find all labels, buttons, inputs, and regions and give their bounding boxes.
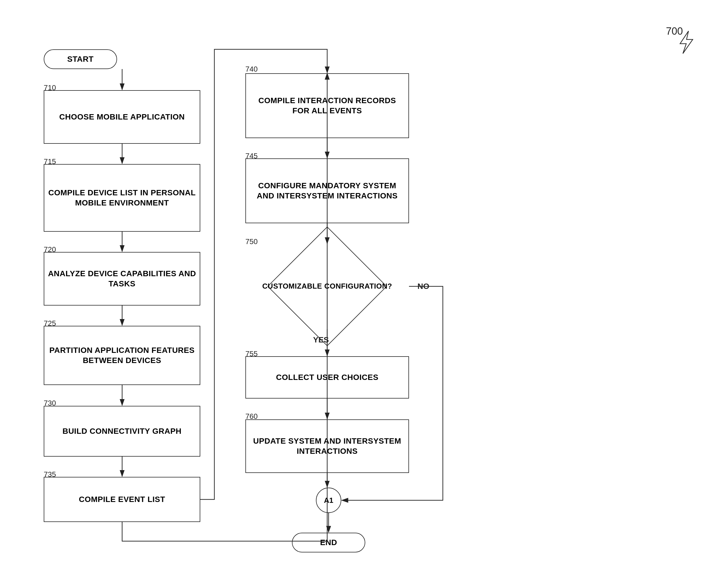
node-710: CHOOSE MOBILE APPLICATION [44,90,200,144]
node-740: COMPILE INTERACTION RECORDS FOR ALL EVEN… [245,73,409,138]
end-node: END [292,533,365,553]
lightning-icon [674,28,697,56]
start-node: START [44,49,117,69]
node-735: COMPILE EVENT LIST [44,477,200,522]
label-740: 740 [245,65,257,73]
node-720: ANALYZE DEVICE CAPABILITIES AND TASKS [44,252,200,306]
connector-a1: A1 [316,487,341,513]
node-750: CUSTOMIZABLE CONFIGURATION? [245,244,409,329]
node-730: BUILD CONNECTIVITY GRAPH [44,406,200,457]
no-label: NO [418,282,429,291]
flowchart: 700 START 710 CHOOSE MOBILE APPLICATION … [0,0,728,573]
node-745: CONFIGURE MANDATORY SYSTEM AND INTERSYST… [245,158,409,223]
node-725: PARTITION APPLICATION FEATURES BETWEEN D… [44,326,200,385]
node-755: COLLECT USER CHOICES [245,356,409,399]
yes-label: YES [313,335,329,345]
node-760: UPDATE SYSTEM AND INTERSYSTEM INTERACTIO… [245,419,409,473]
node-715: COMPILE DEVICE LIST IN PERSONAL MOBILE E… [44,164,200,232]
